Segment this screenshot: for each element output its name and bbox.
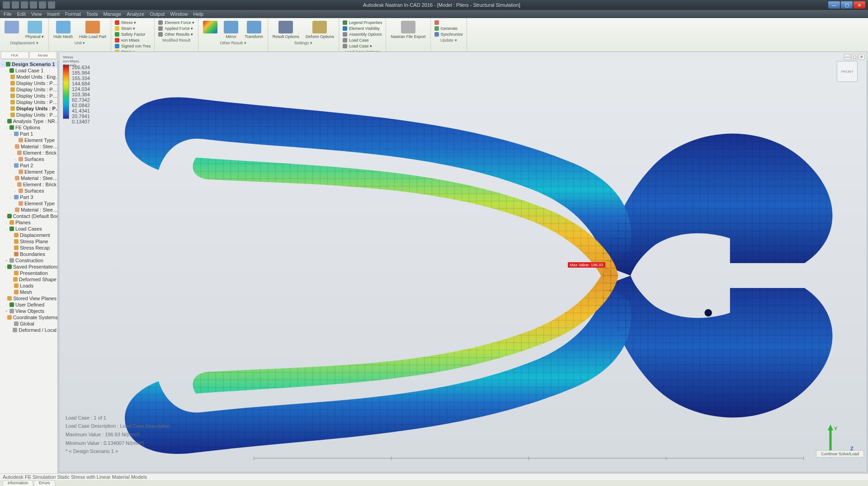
menu-window[interactable]: Window — [170, 11, 188, 17]
tree-node[interactable]: Element : Brick — [0, 181, 57, 188]
tree-node[interactable]: Global — [0, 321, 57, 327]
tree-node[interactable]: Stress Recap — [0, 245, 57, 251]
minimize-button[interactable]: — — [828, 1, 840, 9]
tree-twisty-icon[interactable]: + — [5, 309, 8, 313]
tree-node[interactable]: Element Type — [0, 137, 57, 143]
ribbon-generate-button[interactable]: Generate — [434, 26, 464, 31]
tree-twisty-icon[interactable]: + — [5, 259, 8, 263]
tree-node[interactable]: -Surfaces — [0, 188, 57, 194]
ribbon-mirror-button[interactable]: Mirror — [222, 20, 240, 40]
ribbon-strain-button[interactable]: Strain ▾ — [114, 26, 151, 31]
tree-twisty-icon[interactable]: - — [5, 126, 8, 130]
tree-node[interactable]: -Part 3 — [0, 194, 57, 200]
ribbon-result-options-button[interactable]: Result Options — [271, 20, 301, 40]
tree-twisty-icon[interactable]: - — [9, 132, 13, 136]
qat-icon[interactable] — [30, 1, 37, 9]
tree-node[interactable]: Displacement — [0, 232, 57, 238]
tree-node[interactable]: Deformed / Local — [0, 327, 57, 333]
tree-twisty-icon[interactable]: - — [14, 157, 17, 161]
tree-node[interactable]: -Design Scenario 1 — [0, 61, 57, 67]
ribbon-synchronize-button[interactable]: Synchronize — [434, 32, 464, 37]
tree-node[interactable]: Material : Stee… — [0, 175, 57, 181]
qat-icon[interactable] — [21, 1, 28, 9]
ribbon-stress-button[interactable]: Stress ▾ — [114, 20, 151, 25]
menu-help[interactable]: Help — [193, 11, 203, 17]
ribbon-load-case1-button[interactable]: Load Case — [342, 38, 383, 43]
tree-twisty-icon[interactable]: - — [1, 62, 5, 66]
tree-node[interactable]: -Surfaces — [0, 156, 57, 162]
menu-format[interactable]: Format — [65, 11, 81, 17]
tree-node[interactable]: -Saved Presentations — [0, 264, 57, 270]
qat-icon[interactable] — [3, 1, 10, 9]
ribbon-deform-options-button[interactable]: Deform Options — [304, 20, 336, 40]
ribbon-physical-button[interactable]: Physical ▾ — [24, 20, 46, 40]
tree-node[interactable]: Display Units : P… — [0, 93, 57, 99]
ribbon-blend-button[interactable] — [201, 20, 219, 34]
maximize-button[interactable]: ▢ — [841, 1, 853, 9]
ribbon-element-force-button[interactable]: Element Force ▾ — [157, 20, 195, 25]
menu-output[interactable]: Output — [150, 11, 165, 17]
ribbon-displacement-button[interactable] — [3, 20, 21, 34]
qat-icon[interactable] — [39, 1, 46, 9]
ribbon-legend-props-button[interactable]: Legend Properties — [342, 20, 383, 25]
menu-view[interactable]: View — [31, 11, 42, 17]
ribbon-element-visibility-button[interactable]: Element Visibility — [342, 26, 383, 31]
tree-node[interactable]: -Planes — [0, 219, 57, 226]
tree-node[interactable]: Material : Stee… — [0, 207, 57, 213]
menu-edit[interactable]: Edit — [17, 11, 26, 17]
tree-twisty-icon[interactable]: - — [5, 119, 6, 123]
ribbon-signed-von-button[interactable]: Signed von Tres — [114, 43, 151, 49]
tree-node[interactable]: Presentation — [0, 270, 57, 276]
viewport[interactable]: — ▢ ✕ Stress von Mises (N/mm²) 206.63418… — [59, 52, 867, 472]
tree-node[interactable]: +View Objects — [0, 308, 57, 314]
msgbar-tab-info[interactable]: Information — [3, 480, 33, 486]
tree-twisty-icon[interactable]: - — [5, 69, 8, 73]
ribbon-safety-button[interactable]: Safety Factor — [114, 32, 151, 37]
tree-twisty-icon[interactable]: - — [9, 195, 13, 199]
tree-node[interactable]: Display Units : P… — [0, 105, 57, 112]
tree-node[interactable]: -Load Cases — [0, 226, 57, 232]
tree-node[interactable]: -Load Case 1 — [0, 67, 57, 74]
msgbar-tab-errors[interactable]: Errors — [34, 480, 55, 486]
tree-node[interactable]: Display Units : P… — [0, 80, 57, 86]
tree-node[interactable]: Boundaries — [0, 251, 57, 257]
tree-node[interactable]: +Construction — [0, 257, 57, 264]
ribbon-other-results-button[interactable]: Other Results ▾ — [157, 32, 195, 37]
tree-twisty-icon[interactable]: - — [9, 164, 13, 168]
ribbon-hide-load-button[interactable]: Hide Load Part — [77, 20, 108, 40]
tree-node[interactable]: Display Units : P… — [0, 112, 57, 118]
tree-node[interactable]: Display Units : P… — [0, 99, 57, 105]
tree-node[interactable]: -Part 1 — [0, 131, 57, 137]
ribbon-load-case2-button[interactable]: Load Case ▾ — [342, 43, 383, 49]
tree-node[interactable]: -User Defined — [0, 302, 57, 308]
tree-node[interactable]: -FE Options — [0, 124, 57, 131]
menu-manage[interactable]: Manage — [103, 11, 121, 17]
menu-tools[interactable]: Tools — [86, 11, 98, 17]
tree-twisty-icon[interactable]: - — [5, 221, 8, 225]
tree-node[interactable]: Stress Plane — [0, 238, 57, 245]
browser-tab-fea[interactable]: FEA — [1, 52, 28, 59]
tree-node[interactable]: Model Units : Eng… — [0, 74, 57, 80]
tree-node[interactable]: Element : Brick — [0, 150, 57, 156]
menu-file[interactable]: File — [4, 11, 12, 17]
qat-icon[interactable] — [12, 1, 19, 9]
tree-twisty-icon[interactable]: - — [5, 227, 8, 231]
tree-twisty-icon[interactable]: - — [5, 297, 6, 301]
menu-insert[interactable]: Insert — [47, 11, 60, 17]
browser-tab-model[interactable]: Model — [29, 52, 57, 59]
ribbon-applied-force-button[interactable]: Applied Force ▾ — [157, 26, 195, 31]
close-button[interactable]: ✕ — [854, 1, 865, 9]
tree-node[interactable]: Element Type — [0, 169, 57, 175]
tree-node[interactable]: -Coordinate Systems — [0, 314, 57, 321]
tree-twisty-icon[interactable]: - — [5, 303, 8, 307]
ribbon-update1-button[interactable] — [434, 20, 464, 25]
tree-node[interactable]: Element Type — [0, 200, 57, 207]
ribbon-hide-mesh-button[interactable]: Hide Mesh — [52, 20, 75, 40]
continue-solve-button[interactable]: Continue Solve/Load — [816, 450, 864, 458]
menu-analyze[interactable]: Analyze — [127, 11, 144, 17]
tree-node[interactable]: Material : Stee… — [0, 143, 57, 150]
tree-node[interactable]: -Stored View Planes — [0, 295, 57, 302]
ribbon-transform-button[interactable]: Transform — [243, 20, 265, 40]
tree-node[interactable]: -Contact (Default Bon… — [0, 213, 57, 219]
qat-icon[interactable] — [48, 1, 55, 9]
